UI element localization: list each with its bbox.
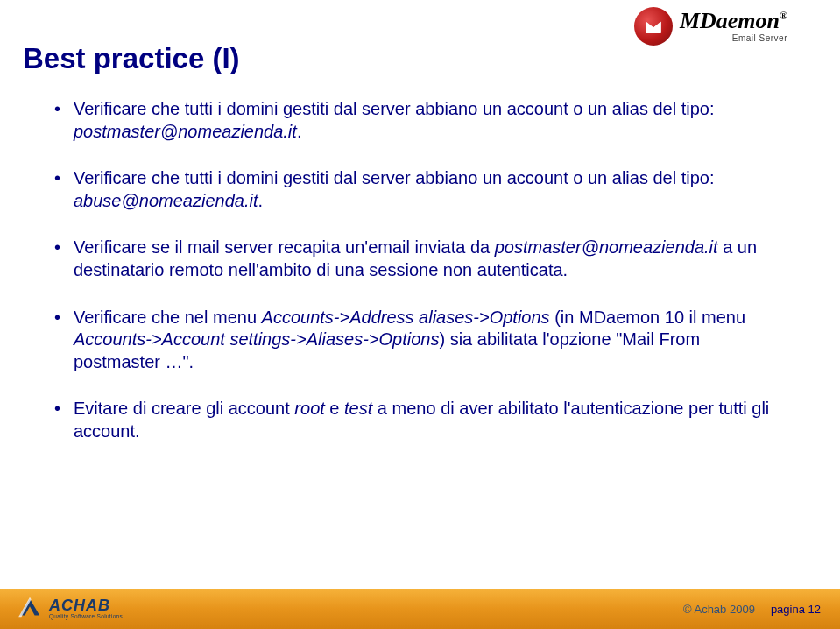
achab-logo-tagline: Quality Software Solutions: [49, 614, 123, 620]
bullet-item: Verificare che tutti i domini gestiti da…: [51, 98, 789, 143]
achab-logo-icon: [16, 594, 44, 624]
achab-logo-name: ACHAB: [49, 597, 123, 613]
mdaemon-logo-mark-icon: [634, 7, 673, 46]
mdaemon-logo: MDaemon® Email Server: [634, 7, 787, 46]
bullet-item: Verificare se il mail server recapita un…: [51, 237, 789, 281]
mdaemon-logo-name: MDaemon®: [680, 10, 787, 32]
mdaemon-logo-sub: Email Server: [732, 34, 787, 43]
bullet-item: Evitare di creare gli account root e tes…: [51, 398, 789, 442]
achab-logo: ACHAB Quality Software Solutions: [16, 594, 123, 624]
slide-body: Verificare che tutti i domini gestiti da…: [51, 98, 789, 468]
page-title: Best practice (I): [23, 42, 240, 75]
copyright-text: © Achab 2009: [683, 603, 755, 616]
bullet-item: Verificare che tutti i domini gestiti da…: [51, 167, 789, 212]
page-number: pagina 12: [771, 603, 821, 616]
bullet-item: Verificare che nel menu Accounts->Addres…: [51, 307, 789, 374]
footer-bar: ACHAB Quality Software Solutions © Achab…: [0, 589, 840, 629]
